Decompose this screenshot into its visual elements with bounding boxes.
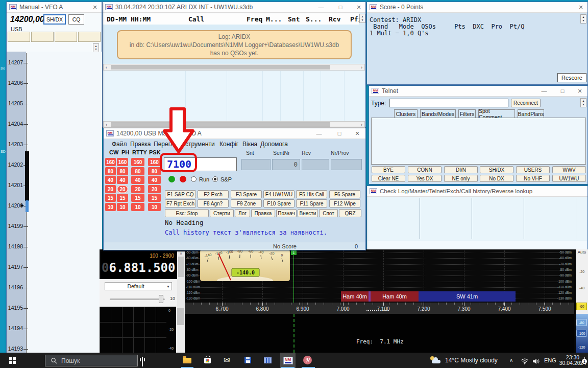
volume-tray-item[interactable]: [532, 357, 540, 366]
weather-widget[interactable]: [430, 356, 442, 364]
search-box[interactable]: Пошук: [45, 355, 138, 366]
band-button-RTTY-160[interactable]: 160: [131, 158, 144, 166]
fkey-button-F6[interactable]: F6 Spare: [329, 190, 360, 198]
fkey-button-F12[interactable]: F12 Wipe: [329, 199, 360, 208]
log-hscrollbar[interactable]: ‹ ›: [103, 64, 365, 71]
start-button[interactable]: [0, 353, 24, 368]
minimize-icon[interactable]: —: [311, 128, 327, 139]
fkey-button-F2[interactable]: F2 Exch: [198, 190, 229, 198]
band-button-CW-80[interactable]: 80: [105, 167, 116, 175]
close-icon[interactable]: ✕: [351, 2, 366, 12]
maximize-icon[interactable]: □: [332, 128, 347, 139]
telnet-button-clearne[interactable]: Clear NE: [372, 175, 405, 182]
waterfall-tuning-line[interactable]: [293, 314, 295, 353]
band-button-PH-160[interactable]: 160: [117, 158, 128, 166]
telnet-button-din[interactable]: DI/N: [444, 166, 478, 173]
taskbar-item-mail[interactable]: ✉: [224, 355, 230, 364]
rescore-button[interactable]: Rescore: [557, 73, 586, 82]
qrz-button[interactable]: QRZ: [339, 209, 361, 217]
taskbar-item-floppy-app[interactable]: [244, 357, 251, 363]
band-button-CW-160[interactable]: 160: [105, 158, 116, 166]
telnet-button-yesdx[interactable]: Yes DX: [408, 175, 442, 182]
reconnect-button[interactable]: Reconnect: [511, 99, 541, 107]
sp-radio[interactable]: [212, 176, 218, 182]
band-button-CW-15[interactable]: 15: [105, 194, 116, 202]
telnet-button-uw1wu[interactable]: UW1WU: [552, 175, 586, 182]
taskbar-item-n1mm-active[interactable]: NM: [280, 353, 296, 368]
spin-down-icon[interactable]: ▼: [582, 19, 585, 22]
volume-slider-handle[interactable]: [159, 295, 163, 303]
tab-bandplans[interactable]: BandPlans: [518, 109, 544, 118]
log-pane-lower[interactable]: [103, 71, 365, 121]
nrprov-field[interactable]: [331, 159, 362, 170]
telnet-button-wwv[interactable]: WWV: [552, 166, 586, 173]
band-button-PH-10[interactable]: 10: [117, 203, 128, 211]
telnet-button-users[interactable]: USERS: [516, 166, 550, 173]
log-column-header[interactable]: DD-MM HH:MM: [107, 15, 151, 23]
scrollbar-thumb[interactable]: [111, 65, 330, 70]
legend-label-highlighted[interactable]: -60: [576, 303, 587, 310]
band-button-PH-80[interactable]: 80: [117, 167, 128, 175]
sdr-frequency-display[interactable]: 06.881.500: [102, 261, 176, 275]
band-button-RTTY-10[interactable]: 10: [131, 203, 144, 211]
scroll-left-icon[interactable]: ‹: [104, 122, 109, 127]
band-button-PSK-160[interactable]: 160: [148, 158, 161, 166]
log-column-header[interactable]: Freq: [247, 15, 262, 23]
menu-windows[interactable]: Вікна: [242, 141, 257, 148]
fkey-button-F11[interactable]: F11 Spare: [296, 199, 327, 208]
fkey-button-F10[interactable]: F10 Spare: [263, 199, 295, 208]
check-titlebar[interactable]: NM Check Log/Master/Telnet/Exch/Call his…: [367, 186, 587, 197]
auto-gain-label[interactable]: Auto: [576, 249, 588, 255]
score-spinner[interactable]: ▲ ▼: [580, 14, 586, 24]
fkey-button-F4[interactable]: F4 UW1WU: [263, 190, 295, 198]
bandmap-zoom-spinner[interactable]: ▲ ▼: [93, 43, 99, 52]
menu-file[interactable]: Файл: [112, 141, 127, 148]
band-button-PH-15[interactable]: 15: [117, 194, 128, 202]
log-column-header[interactable]: Call: [188, 15, 204, 23]
spin-up-icon[interactable]: ▲: [582, 100, 585, 102]
close-icon[interactable]: ✕: [573, 2, 588, 12]
check-body[interactable]: [368, 197, 587, 240]
band-button-PSK-10[interactable]: 10: [148, 203, 161, 211]
spin-down-icon[interactable]: ▼: [95, 48, 97, 51]
telnet-button-neonly[interactable]: NE only: [444, 175, 478, 182]
band-button-RTTY-20[interactable]: 20: [131, 185, 144, 193]
maximize-icon[interactable]: □: [333, 2, 348, 12]
telnet-button-nodx[interactable]: No DX: [480, 175, 513, 182]
band-button-CW-10[interactable]: 10: [105, 203, 116, 211]
band-button-PSK-40[interactable]: 40: [148, 176, 161, 184]
telnet-spinner[interactable]: ▲ ▼: [580, 98, 586, 107]
log-column-header[interactable]: S...: [306, 15, 322, 23]
band-button-RTTY-40[interactable]: 40: [131, 176, 144, 184]
frequency-scale[interactable]: 6.7006.8006.9007.0007.1007.2007.3007.400…: [185, 303, 574, 314]
fkey-button-F9[interactable]: F9 Zone: [231, 199, 262, 208]
audio-scrollbar[interactable]: [176, 307, 185, 353]
band-button-CW-40[interactable]: 40: [105, 176, 116, 184]
fkey-button-F7[interactable]: F7 Rpt Exch: [165, 199, 196, 208]
close-icon[interactable]: ✕: [87, 2, 103, 12]
log-column-header[interactable]: Snt: [288, 15, 300, 23]
telnet-button-shdx[interactable]: SH/DX: [480, 166, 513, 173]
bandmap-spot-area[interactable]: [26, 52, 102, 353]
bandmap-slot[interactable]: [78, 32, 101, 42]
spot-button[interactable]: Спот: [319, 209, 338, 217]
tab-spot-comment[interactable]: Spot Comment: [478, 109, 515, 118]
close-icon[interactable]: ✕: [350, 128, 365, 139]
notification-center[interactable]: 1: [578, 357, 585, 362]
sdr-scrollbar[interactable]: ∧: [177, 251, 185, 307]
band-button-CW-20[interactable]: 20: [105, 185, 116, 193]
scroll-left-icon[interactable]: ‹: [104, 64, 109, 70]
sentnr-field[interactable]: 0: [272, 159, 300, 170]
band-button-PSK-15[interactable]: 15: [148, 194, 161, 202]
band-button-RTTY-80[interactable]: 80: [131, 167, 144, 175]
caret-up-icon[interactable]: ∧: [177, 251, 185, 256]
tray-chevron[interactable]: ∧: [509, 357, 513, 363]
run-radio-label[interactable]: Run: [199, 176, 209, 182]
fkey-button-F8[interactable]: F8 Agn?: [198, 199, 229, 208]
weather-text[interactable]: 14°C Mostly cloudy: [445, 357, 498, 364]
scrollbar-thumb[interactable]: [111, 122, 330, 127]
bandmap-slot[interactable]: [55, 32, 77, 42]
telnet-button-conn[interactable]: CONN: [408, 166, 442, 173]
task-view-button[interactable]: [142, 357, 143, 366]
telnet-button-bye[interactable]: BYE: [372, 166, 405, 173]
